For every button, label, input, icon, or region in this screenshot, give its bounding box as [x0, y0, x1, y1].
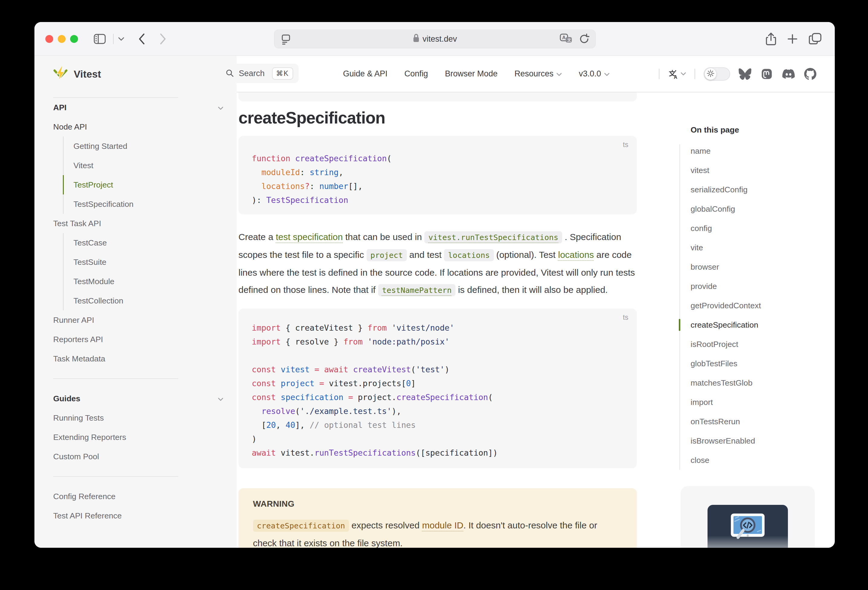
nav-config[interactable]: Config — [404, 69, 428, 78]
code-block-example: ts import { createVitest } from 'vitest/… — [238, 309, 637, 468]
address-bar[interactable]: vitest.dev A文 — [274, 29, 596, 48]
discord-icon[interactable] — [782, 68, 795, 80]
sidebar-toggle-button[interactable] — [94, 34, 106, 44]
sidebar-item-test-api-reference[interactable]: Test API Reference — [53, 506, 237, 525]
sidebar-item-testcase[interactable]: TestCase — [63, 233, 237, 252]
link-testnamepattern[interactable]: testNamePattern — [378, 284, 455, 296]
reload-icon[interactable] — [579, 34, 589, 46]
sidebar-item-custom-pool[interactable]: Custom Pool — [53, 447, 237, 466]
sidebar-item-runner-api[interactable]: Runner API — [53, 310, 237, 330]
forward-button[interactable] — [159, 33, 166, 45]
nav-resources[interactable]: Resources — [514, 69, 562, 78]
sidebar-item-reporters-api[interactable]: Reporters API — [53, 330, 237, 349]
nav-browser-mode[interactable]: Browser Mode — [445, 69, 497, 78]
sidebar-item-testproject[interactable]: TestProject — [63, 175, 237, 194]
sidebar-divider — [53, 476, 178, 477]
link-vitest-runtestspecifications[interactable]: vitest.runTestSpecifications — [424, 231, 562, 243]
outline-item-close[interactable]: close — [691, 450, 821, 470]
outline-item-name[interactable]: name — [691, 141, 821, 160]
zoom-button[interactable] — [70, 35, 78, 43]
link-test-specification[interactable]: test specification — [276, 232, 343, 242]
outline-item-globtestfiles[interactable]: globTestFiles — [691, 354, 821, 373]
link-locations[interactable]: locations — [558, 250, 594, 260]
code-line: locations?: number[], — [252, 180, 623, 193]
sidebar-item-api[interactable]: API — [53, 98, 223, 117]
code-block-signature: ts function createSpecification( moduleI… — [238, 136, 637, 214]
outline-item-provide[interactable]: provide — [691, 277, 821, 296]
back-icon — [139, 33, 145, 45]
outline-item-serializedconfig[interactable]: serializedConfig — [691, 180, 821, 199]
previous-code-block-remnant — [238, 93, 637, 102]
sidebar-item-task-metadata[interactable]: Task Metadata — [53, 349, 237, 368]
sidebar-item-config-reference[interactable]: Config Reference — [53, 487, 237, 506]
share-button[interactable] — [766, 32, 776, 45]
outline-divider — [679, 144, 680, 470]
theme-toggle[interactable] — [704, 67, 730, 81]
mastodon-icon[interactable] — [760, 68, 773, 80]
sidebar-item-label: API — [53, 103, 66, 112]
site-logo[interactable]: Vitest — [34, 56, 237, 93]
desktop-background: vitest.dev A文 — [0, 0, 868, 590]
code-line: ) — [252, 432, 623, 446]
sidebar-item-running-tests[interactable]: Running Tests — [53, 408, 237, 428]
sidebar-item-testsuite[interactable]: TestSuite — [63, 252, 237, 272]
nav-guide-api[interactable]: Guide & API — [343, 69, 387, 78]
outline-item-vite[interactable]: vite — [691, 238, 821, 257]
chevron-down-icon — [218, 394, 223, 403]
sidebar-item-label: TestCollection — [74, 296, 123, 306]
inline-code-createspecification: createSpecification — [253, 519, 349, 532]
code-line — [252, 349, 623, 363]
bluesky-icon[interactable] — [739, 68, 751, 80]
sidebar-item-vitest[interactable]: Vitest — [63, 156, 237, 175]
outline-item-matchestestglob[interactable]: matchesTestGlob — [691, 373, 821, 393]
sidebar-item-label: Extending Reporters — [53, 433, 126, 442]
close-button[interactable] — [45, 35, 53, 43]
outline-title: On this page — [691, 124, 821, 136]
sidebar-item-test-task-api[interactable]: Test Task API — [53, 214, 237, 233]
search-button[interactable]: Search ⌘K — [218, 64, 298, 83]
link-module-id[interactable]: module ID — [422, 520, 464, 530]
warning-callout: WARNING createSpecification expects reso… — [238, 488, 637, 548]
share-icon — [766, 32, 776, 45]
back-button[interactable] — [139, 33, 145, 45]
outline-item-browser[interactable]: browser — [691, 257, 821, 277]
browser-toolbar: vitest.dev A文 — [34, 22, 835, 56]
sidebar-item-testmodule[interactable]: TestModule — [63, 272, 237, 291]
svg-text:文: 文 — [567, 38, 571, 42]
github-icon[interactable] — [804, 68, 816, 80]
sidebar-item-getting-started[interactable]: Getting Started — [63, 137, 237, 156]
sun-icon — [707, 70, 714, 78]
doc-content-area: createSpecification ts function createSp… — [237, 93, 835, 548]
sponsor-ad-card[interactable] — [681, 486, 815, 548]
sidebar-item-extending-reporters[interactable]: Extending Reporters — [53, 428, 237, 447]
tab-overview-button[interactable] — [809, 33, 821, 45]
outline-item-import[interactable]: import — [691, 393, 821, 412]
outline-item-vitest[interactable]: vitest — [691, 160, 821, 180]
outline-item-isrootproject[interactable]: isRootProject — [691, 334, 821, 354]
sidebar-item-guides[interactable]: Guides — [53, 389, 223, 408]
sidebar-item-node-api[interactable]: Node API — [53, 117, 237, 137]
outline-item-getprovidedcontext[interactable]: getProvidedContext — [691, 296, 821, 315]
sidebar-item-label: Task Metadata — [53, 354, 105, 363]
new-tab-button[interactable] — [787, 34, 798, 44]
forward-icon — [159, 33, 166, 45]
reader-mode-icon[interactable] — [281, 34, 291, 47]
sidebar-item-testspecification[interactable]: TestSpecification — [63, 194, 237, 214]
svg-text:A: A — [674, 74, 677, 79]
minimize-button[interactable] — [58, 35, 66, 43]
sidebar-options-button[interactable] — [118, 37, 124, 41]
outline-item-ontestsrerun[interactable]: onTestsRerun — [691, 412, 821, 431]
nav-v3-0-0[interactable]: v3.0.0 — [579, 69, 610, 78]
social-links — [739, 68, 816, 80]
page-heading: createSpecification — [238, 108, 637, 127]
sidebar-divider — [53, 378, 178, 379]
code-search-monitor-illustration — [707, 505, 788, 548]
outline-item-globalconfig[interactable]: globalConfig — [691, 199, 821, 219]
sidebar-item-label: TestProject — [74, 180, 113, 190]
outline-item-config[interactable]: config — [691, 219, 821, 238]
language-menu[interactable]: A — [668, 69, 686, 79]
sidebar-item-testcollection[interactable]: TestCollection — [63, 291, 237, 310]
outline-item-createspecification[interactable]: createSpecification — [691, 315, 821, 334]
translate-icon[interactable]: A文 — [560, 34, 573, 46]
outline-item-isbrowserenabled[interactable]: isBrowserEnabled — [691, 431, 821, 450]
